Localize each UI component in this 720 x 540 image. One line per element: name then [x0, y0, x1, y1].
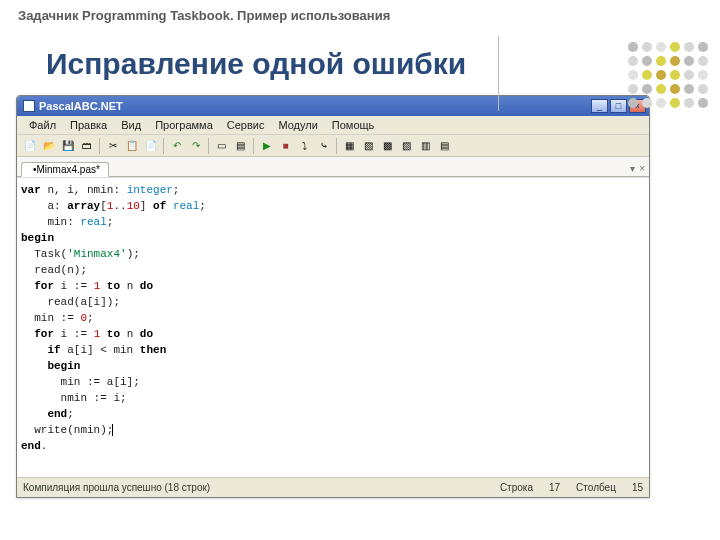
status-line-value: 17 [549, 482, 560, 493]
toolbar-separator [163, 138, 164, 154]
statusbar: Компиляция прошла успешно (18 строк) Стр… [17, 477, 649, 497]
code-editor[interactable]: var n, i, nmin: integer; a: array[1..10]… [17, 177, 649, 477]
properties-icon[interactable]: ▤ [232, 137, 249, 154]
titlebar-label: PascalABC.NET [39, 100, 591, 112]
step-into-icon[interactable]: ⤵ [296, 137, 313, 154]
menu-service[interactable]: Сервис [221, 118, 271, 132]
paste-icon[interactable]: 📄 [142, 137, 159, 154]
menubar: Файл Правка Вид Программа Сервис Модули … [17, 116, 649, 135]
tab-file[interactable]: •Minmax4.pas* [21, 162, 109, 177]
cut-icon[interactable]: ✂ [104, 137, 121, 154]
ide-window: PascalABC.NET _ □ × Файл Правка Вид Прог… [16, 95, 650, 498]
status-message: Компиляция прошла успешно (18 строк) [23, 482, 210, 493]
module-icon-2[interactable]: ▨ [360, 137, 377, 154]
decorative-dots [628, 42, 708, 108]
tab-dropdown-icon[interactable]: ▾ [630, 163, 635, 174]
maximize-button[interactable]: □ [610, 99, 627, 113]
menu-file[interactable]: Файл [23, 118, 62, 132]
step-over-icon[interactable]: ⤷ [315, 137, 332, 154]
toolbar-separator [208, 138, 209, 154]
tab-label: •Minmax4.pas* [33, 164, 100, 175]
module-icon-4[interactable]: ▧ [398, 137, 415, 154]
menu-view[interactable]: Вид [115, 118, 147, 132]
undo-icon[interactable]: ↶ [168, 137, 185, 154]
run-icon[interactable]: ▶ [258, 137, 275, 154]
app-icon [23, 100, 35, 112]
tab-close-icon[interactable]: × [639, 163, 645, 174]
status-col-value: 15 [632, 482, 643, 493]
toolbar-separator [99, 138, 100, 154]
save-icon[interactable]: 💾 [59, 137, 76, 154]
open-file-icon[interactable]: 📂 [40, 137, 57, 154]
toolbar: 📄 📂 💾 🗃 ✂ 📋 📄 ↶ ↷ ▭ ▤ ▶ ■ ⤵ ⤷ ▦ ▨ ▩ ▧ ▥ … [17, 135, 649, 157]
module-icon-1[interactable]: ▦ [341, 137, 358, 154]
redo-icon[interactable]: ↷ [187, 137, 204, 154]
titlebar: PascalABC.NET _ □ × [17, 96, 649, 116]
toolbar-separator [336, 138, 337, 154]
slide-header: Задачник Programming Taskbook. Пример ис… [0, 0, 720, 23]
menu-modules[interactable]: Модули [272, 118, 323, 132]
tab-strip: •Minmax4.pas* ▾ × [17, 157, 649, 177]
status-line-label: Строка [500, 482, 533, 493]
module-icon-5[interactable]: ▥ [417, 137, 434, 154]
copy-icon[interactable]: 📋 [123, 137, 140, 154]
new-form-icon[interactable]: ▭ [213, 137, 230, 154]
module-icon-3[interactable]: ▩ [379, 137, 396, 154]
menu-help[interactable]: Помощь [326, 118, 381, 132]
stop-icon[interactable]: ■ [277, 137, 294, 154]
menu-edit[interactable]: Правка [64, 118, 113, 132]
module-icon-6[interactable]: ▤ [436, 137, 453, 154]
slide-title: Исправление одной ошибки [0, 23, 720, 95]
save-all-icon[interactable]: 🗃 [78, 137, 95, 154]
divider-line [498, 36, 499, 111]
toolbar-separator [253, 138, 254, 154]
new-file-icon[interactable]: 📄 [21, 137, 38, 154]
menu-program[interactable]: Программа [149, 118, 219, 132]
status-col-label: Столбец [576, 482, 616, 493]
minimize-button[interactable]: _ [591, 99, 608, 113]
